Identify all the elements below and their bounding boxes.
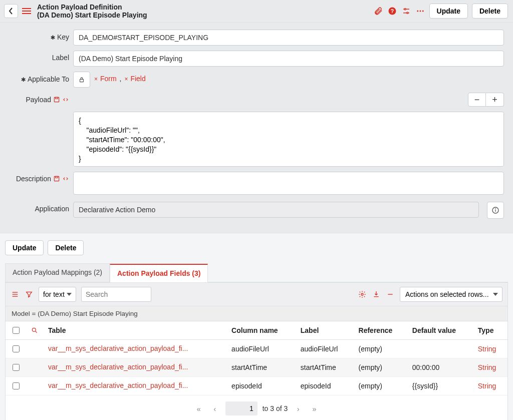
col-type[interactable]: Type — [473, 321, 507, 340]
key-input[interactable] — [73, 30, 504, 46]
page-title: Action Payload Definition (DA Demo) Star… — [37, 3, 147, 19]
cell-reference: (empty) — [354, 340, 407, 358]
row-checkbox[interactable] — [13, 364, 20, 371]
svg-text:?: ? — [390, 8, 393, 14]
pager: « ‹ to 3 of 3 › » — [6, 395, 507, 420]
cell-table[interactable]: var__m_sys_declarative_action_payload_fi… — [48, 344, 188, 352]
svg-rect-9 — [80, 80, 84, 82]
payload-textarea[interactable] — [73, 112, 504, 167]
tabs: Action Payload Mappings (2) Action Paylo… — [5, 263, 508, 282]
cell-reference: (empty) — [354, 377, 407, 395]
title-line2: (DA Demo) Start Episode Playing — [37, 11, 147, 19]
cell-label: startAtTime — [296, 358, 354, 377]
table-row[interactable]: var__m_sys_declarative_action_payload_fi… — [6, 358, 507, 377]
label-label: Label — [5, 51, 69, 62]
fields-table: Table Column name Label Reference Defaul… — [6, 321, 507, 395]
form-area: ✱Key Label ✱Applicable To × Form , × Fie… — [0, 23, 513, 233]
update-button-header[interactable]: Update — [429, 4, 468, 19]
pager-range: to 3 of 3 — [263, 404, 288, 412]
col-table[interactable]: Table — [43, 321, 226, 340]
col-reference[interactable]: Reference — [354, 321, 407, 340]
code-icon[interactable] — [62, 175, 69, 182]
cell-table[interactable]: var__m_sys_declarative_action_payload_fi… — [48, 363, 188, 371]
settings-sliders-icon[interactable] — [401, 6, 411, 16]
cell-type[interactable]: String — [478, 345, 496, 353]
back-button[interactable] — [4, 4, 18, 18]
cell-column: episodeId — [226, 377, 296, 395]
pill-field[interactable]: × Field — [124, 75, 145, 83]
search-input[interactable] — [81, 287, 151, 302]
row-actions-select[interactable]: Actions on selected rows... — [400, 287, 502, 302]
row-checkbox[interactable] — [13, 345, 20, 352]
pager-page-input[interactable] — [225, 401, 258, 415]
svg-point-16 — [495, 209, 496, 209]
svg-rect-11 — [56, 98, 58, 99]
svg-point-6 — [417, 11, 418, 12]
help-icon[interactable]: ? — [387, 6, 397, 16]
save-icon[interactable] — [53, 96, 60, 103]
update-button[interactable]: Update — [5, 240, 44, 255]
model-breadcrumb[interactable]: Model = (DA Demo) Start Episode Playing — [6, 306, 507, 321]
cell-default: {{sysId}} — [407, 377, 473, 395]
application-input — [73, 202, 479, 218]
col-label[interactable]: Label — [296, 321, 354, 340]
title-line1: Action Payload Definition — [37, 3, 147, 11]
tab-fields[interactable]: Action Payload Fields (3) — [110, 264, 208, 282]
cell-default: 00:00:00 — [407, 358, 473, 377]
code-icon[interactable] — [62, 96, 69, 103]
more-icon[interactable] — [415, 6, 425, 16]
pager-first-icon[interactable]: « — [193, 404, 204, 413]
svg-point-8 — [422, 11, 423, 12]
cell-label: episodeId — [296, 377, 354, 395]
svg-rect-10 — [54, 98, 59, 102]
payload-plus-button[interactable]: + — [486, 93, 504, 107]
list-menu-icon[interactable] — [11, 290, 20, 299]
pager-last-icon[interactable]: » — [309, 404, 320, 413]
pager-prev-icon[interactable]: ‹ — [209, 404, 220, 413]
search-mode-select[interactable]: for text — [39, 287, 76, 302]
svg-rect-12 — [54, 177, 59, 181]
cell-type[interactable]: String — [478, 382, 496, 390]
applicable-to-values: × Form , × Field — [94, 72, 146, 83]
table-row[interactable]: var__m_sys_declarative_action_payload_fi… — [6, 340, 507, 358]
lock-icon[interactable] — [73, 72, 90, 88]
col-column[interactable]: Column name — [226, 321, 296, 340]
gear-icon[interactable] — [358, 290, 367, 299]
select-all-checkbox[interactable] — [13, 327, 20, 334]
search-column-icon[interactable] — [31, 327, 38, 334]
col-default[interactable]: Default value — [407, 321, 473, 340]
table-row[interactable]: var__m_sys_declarative_action_payload_fi… — [6, 377, 507, 395]
delete-button[interactable]: Delete — [48, 240, 84, 255]
payload-minus-button[interactable]: − — [468, 93, 486, 107]
svg-point-20 — [361, 293, 363, 295]
cell-label: audioFileUrl — [296, 340, 354, 358]
applicable-to-label: ✱Applicable To — [5, 72, 69, 84]
tab-mappings[interactable]: Action Payload Mappings (2) — [5, 263, 110, 282]
cell-table[interactable]: var__m_sys_declarative_action_payload_fi… — [48, 381, 188, 389]
description-label: Description — [5, 172, 69, 183]
header-bar: Action Payload Definition (DA Demo) Star… — [0, 0, 513, 23]
svg-line-23 — [36, 331, 37, 333]
save-icon[interactable] — [53, 175, 60, 182]
remove-icon[interactable] — [386, 290, 395, 299]
attachment-icon[interactable] — [373, 6, 383, 16]
payload-label: Payload — [5, 93, 69, 104]
delete-button-header[interactable]: Delete — [472, 4, 508, 19]
application-info-icon[interactable] — [487, 202, 504, 219]
cell-reference: (empty) — [354, 358, 407, 377]
cell-column: audioFileUrl — [226, 340, 296, 358]
filter-icon[interactable] — [25, 290, 34, 299]
svg-rect-13 — [56, 177, 58, 178]
pager-next-icon[interactable]: › — [293, 404, 304, 413]
description-textarea[interactable] — [73, 172, 504, 195]
cell-type[interactable]: String — [478, 363, 496, 371]
list-panel: for text Actions on selected rows... Mod… — [5, 282, 508, 420]
pill-form[interactable]: × Form — [94, 75, 117, 83]
menu-icon[interactable] — [22, 8, 31, 14]
label-input[interactable] — [73, 51, 504, 67]
list-toolbar: for text Actions on selected rows... — [6, 283, 507, 306]
lower-section: Update Delete Action Payload Mappings (2… — [0, 233, 513, 420]
export-icon[interactable] — [372, 290, 381, 299]
cell-default — [407, 340, 473, 358]
row-checkbox[interactable] — [13, 382, 20, 389]
